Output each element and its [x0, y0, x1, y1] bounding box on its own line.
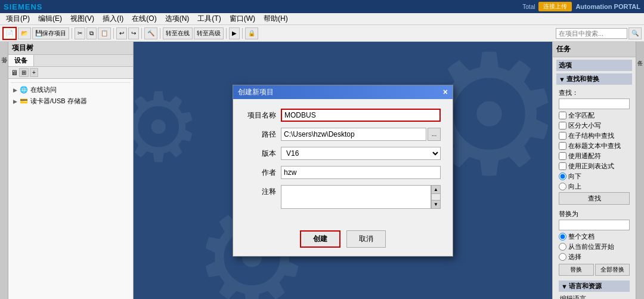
search-button[interactable]: 🔍: [628, 27, 642, 39]
menu-project[interactable]: 项目(P): [2, 13, 33, 24]
tab-devices[interactable]: 设备: [8, 55, 34, 66]
selection-radio[interactable]: [559, 253, 566, 261]
scroll-up[interactable]: ▲: [432, 186, 440, 194]
whole-doc-radio[interactable]: [559, 233, 566, 241]
version-select[interactable]: V16: [281, 147, 441, 160]
siemens-logo: SIEMENS: [4, 2, 43, 11]
undo-button[interactable]: ↩: [116, 27, 127, 39]
replace-all-button[interactable]: 全部替换: [595, 264, 630, 276]
expand-icon-2: ▶: [13, 98, 17, 104]
replace-button[interactable]: 替换: [559, 264, 594, 276]
online-upload-button[interactable]: 连接上传: [538, 2, 572, 11]
comment-scrollbar[interactable]: ▲ ▼: [431, 185, 441, 209]
collapse-icon: ▼: [559, 76, 565, 83]
scroll-down[interactable]: ▼: [432, 200, 440, 208]
paste-icon: 📋: [101, 30, 108, 36]
use-wildcard-checkbox[interactable]: [559, 152, 566, 160]
search-subtree-checkbox[interactable]: [559, 132, 566, 140]
case-sensitive-checkbox[interactable]: [559, 122, 566, 130]
right-panel-title: 任务: [553, 42, 636, 57]
author-label: 作者: [245, 166, 281, 178]
save-button[interactable]: 💾 保存项目: [32, 27, 69, 39]
copy-button[interactable]: ⧉: [86, 27, 97, 39]
path-field: ...: [281, 128, 441, 141]
menu-tools[interactable]: 工具(T): [194, 13, 224, 24]
total-label: Total: [522, 4, 535, 10]
create-button[interactable]: 创建: [300, 230, 340, 248]
new-project-button[interactable]: 📄: [2, 27, 17, 40]
compile-button[interactable]: 🔨: [144, 27, 157, 39]
find-input[interactable]: [559, 98, 630, 109]
menu-edit[interactable]: 编辑(E): [35, 13, 66, 24]
tree-item-online-access[interactable]: ▶ 🌐 在线访问: [11, 84, 131, 95]
menu-bar: 项目(P) 编辑(E) 视图(V) 插入(I) 在线(O) 选项(N) 工具(T…: [0, 13, 644, 25]
panel-icon-area: 🖥: [11, 69, 18, 77]
right-section: 选项 ▼ 查找和替换 查找： 全字匹配 区分大小写 在子结构中查找: [553, 57, 636, 299]
go-online-button[interactable]: 转至在线: [163, 27, 193, 39]
menu-help[interactable]: 帮助(H): [260, 13, 292, 24]
author-input[interactable]: [281, 166, 441, 179]
search-in-text-checkbox[interactable]: [559, 142, 566, 150]
panel-toolbar: 🖥 ⊞ +: [8, 67, 133, 79]
find-button[interactable]: 查找: [559, 192, 630, 205]
direction-down-row: 向下: [559, 172, 630, 181]
toolbar: 📄 📂 💾 保存项目 ✂ ⧉ 📋 ↩ ↪ 🔨 转至在线 转至高级 ▶ 🔒 🔍: [0, 25, 644, 42]
right-far-tab-label[interactable]: 任务: [636, 54, 644, 58]
edit-lang-label: 编辑语言: [559, 294, 630, 299]
dialog-close-button[interactable]: ×: [443, 87, 448, 97]
version-field: V16: [281, 147, 441, 160]
from-current-radio[interactable]: [559, 243, 566, 251]
selection-label: 选择: [568, 252, 581, 261]
direction-up-radio[interactable]: [559, 183, 566, 190]
main-content-area: ⚙ ⚙ ⚙ 创建新项目 × 项目名称: [134, 42, 552, 299]
use-regex-row: 使用正则表达式: [559, 162, 630, 171]
project-name-label: 项目名称: [245, 109, 281, 121]
path-input[interactable]: [281, 128, 426, 141]
dialog-overlay: 创建新项目 × 项目名称 路径: [134, 42, 552, 299]
panel-grid-button[interactable]: ⊞: [19, 68, 29, 77]
browse-button[interactable]: ...: [428, 128, 441, 141]
comment-textarea[interactable]: [281, 185, 431, 209]
panel-add-button[interactable]: +: [30, 68, 38, 77]
start-sim-button[interactable]: ▶: [229, 27, 240, 39]
project-name-input[interactable]: [281, 109, 441, 122]
menu-online[interactable]: 在线(O): [128, 13, 160, 24]
options-header[interactable]: 选项: [556, 60, 632, 71]
open-button[interactable]: 📂: [18, 27, 31, 39]
left-tab-label[interactable]: 任务: [0, 66, 9, 70]
tree-item-card-reader[interactable]: ▶ 💳 读卡器/USB 存储器: [11, 95, 131, 107]
go-offline-button[interactable]: 转至高级: [194, 27, 224, 39]
path-label: 路径: [245, 128, 281, 140]
use-regex-checkbox[interactable]: [559, 162, 566, 170]
menu-insert[interactable]: 插入(I): [99, 13, 127, 24]
lock-button[interactable]: 🔒: [245, 27, 258, 39]
comment-textarea-wrapper: ▲ ▼: [281, 185, 441, 209]
menu-options[interactable]: 选项(N): [162, 13, 193, 24]
cut-button[interactable]: ✂: [75, 27, 85, 39]
panel-tabs: 设备: [8, 55, 133, 67]
redo-button[interactable]: ↪: [128, 27, 139, 39]
dialog-title-bar: 创建新项目 ×: [233, 85, 453, 99]
paste-button[interactable]: 📋: [98, 27, 111, 39]
left-sidebar-tab: 任务: [0, 42, 8, 299]
menu-view[interactable]: 视图(V): [67, 13, 98, 24]
search-subtree-label: 在子结构中查找: [568, 131, 614, 140]
cancel-button[interactable]: 取消: [346, 230, 386, 248]
tree-item-label-2: 读卡器/USB 存储器: [30, 97, 87, 106]
tree-item-label: 在线访问: [30, 85, 57, 94]
replace-input[interactable]: [559, 220, 630, 230]
menu-window[interactable]: 窗口(W): [226, 13, 259, 24]
dialog-title: 创建新项目: [238, 87, 274, 97]
case-sensitive-label: 区分大小写: [568, 121, 601, 130]
lang-resources-header[interactable]: ▼ 语言和资源: [559, 280, 630, 292]
full-word-checkbox[interactable]: [559, 112, 566, 119]
right-far-tab: 任务: [636, 42, 644, 299]
project-name-row: 项目名称: [245, 109, 441, 122]
find-replace-header[interactable]: ▼ 查找和替换: [556, 73, 632, 85]
tree-content: ▶ 🌐 在线访问 ▶ 💳 读卡器/USB 存储器: [8, 79, 133, 299]
right-sidebar: 任务 选项 ▼ 查找和替换 查找： 全字匹配 区分大小写: [552, 42, 636, 299]
search-input[interactable]: [556, 28, 627, 39]
direction-down-radio[interactable]: [559, 172, 566, 180]
whole-doc-row: 整个文档: [559, 232, 630, 241]
whole-doc-label: 整个文档: [568, 232, 595, 241]
